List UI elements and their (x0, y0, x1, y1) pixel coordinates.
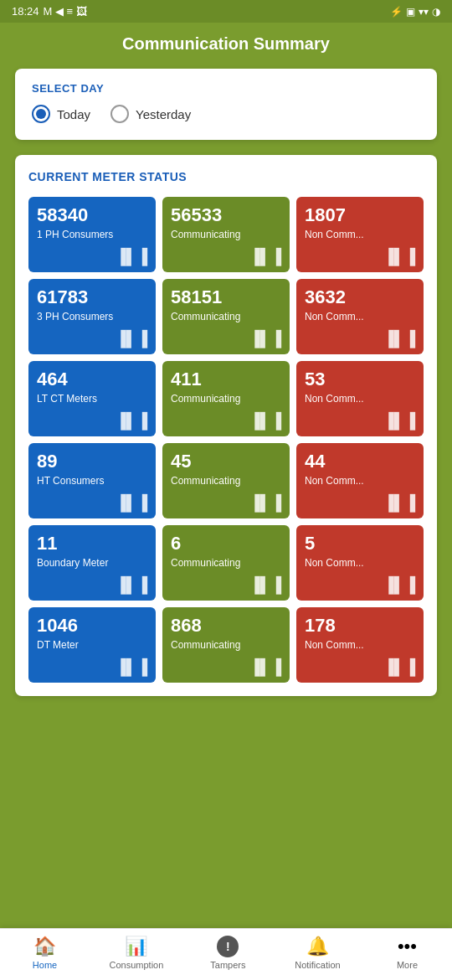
bar-chart-icon: ▐▌▐ (116, 576, 147, 594)
select-day-card: SELECT DAY Today Yesterday (15, 69, 437, 140)
select-day-label: SELECT DAY (32, 82, 420, 95)
meter-tile[interactable]: 411 Communicating ▐▌▐ (162, 361, 290, 436)
bar-chart-icon: ▐▌▐ (116, 330, 147, 348)
nav-notification-label: Notification (295, 960, 340, 970)
nav-home-label: Home (33, 960, 57, 970)
meter-tile[interactable]: 464 LT CT Meters ▐▌▐ (28, 361, 156, 436)
tile-label: Communicating (171, 229, 281, 245)
nav-more-label: More (397, 960, 418, 970)
tile-label: DT Meter (37, 639, 147, 655)
status-app-icons: M ◀ ≡ 🖼 (44, 5, 87, 18)
meter-tile[interactable]: 61783 3 PH Consumers ▐▌▐ (28, 279, 156, 354)
tile-number: 411 (171, 369, 281, 389)
bar-chart-icon: ▐▌▐ (116, 412, 147, 430)
tile-number: 1046 (37, 616, 147, 636)
nav-tampers-label: Tampers (210, 960, 245, 970)
meter-tile[interactable]: 56533 Communicating ▐▌▐ (162, 197, 290, 272)
tile-number: 1807 (305, 205, 415, 225)
bar-chart-icon: ▐▌▐ (116, 494, 147, 512)
bar-chart-icon: ▐▌▐ (249, 412, 281, 430)
tile-label: Communicating (171, 311, 281, 327)
tile-label: Non Comm... (305, 639, 415, 655)
tile-number: 58340 (37, 205, 147, 225)
home-icon: 🏠 (33, 936, 56, 957)
tile-number: 5 (305, 534, 415, 554)
meter-tile[interactable]: 44 Non Comm... ▐▌▐ (296, 443, 424, 518)
meter-tile[interactable]: 868 Communicating ▐▌▐ (162, 607, 290, 683)
meter-tile[interactable]: 11 Boundary Meter ▐▌▐ (28, 525, 156, 601)
tampers-icon: ! (217, 936, 239, 957)
bar-chart-icon: ▐▌▐ (383, 248, 415, 266)
signal-icon: ◑ (432, 6, 440, 18)
bar-chart-icon: ▐▌▐ (249, 658, 281, 676)
nav-consumption-label: Consumption (110, 960, 164, 970)
tile-label: HT Consumers (37, 475, 147, 491)
battery-icon: ▣ (406, 6, 415, 18)
meter-tile[interactable]: 3632 Non Comm... ▐▌▐ (296, 279, 424, 354)
bar-chart-icon: ▐▌▐ (249, 576, 281, 594)
meter-tile[interactable]: 45 Communicating ▐▌▐ (162, 443, 290, 518)
tile-number: 11 (37, 534, 147, 554)
bar-chart-icon: ▐▌▐ (116, 248, 147, 266)
meter-tile[interactable]: 58340 1 PH Consumers ▐▌▐ (28, 197, 156, 272)
tile-number: 44 (305, 451, 415, 472)
nav-tampers[interactable]: ! Tampers (203, 936, 253, 970)
bar-chart-icon: ▐▌▐ (383, 412, 415, 430)
radio-yesterday-circle[interactable] (110, 105, 129, 123)
bar-chart-icon: ▐▌▐ (249, 248, 281, 266)
tile-number: 45 (171, 451, 281, 472)
bottom-nav: 🏠 Home 📊 Consumption ! Tampers 🔔 Notific… (0, 928, 452, 980)
bar-chart-icon: ▐▌▐ (383, 494, 415, 512)
meter-tile[interactable]: 6 Communicating ▐▌▐ (162, 525, 290, 601)
tile-label: 3 PH Consumers (37, 311, 147, 327)
tile-label: Non Comm... (305, 229, 415, 245)
meter-tile[interactable]: 5 Non Comm... ▐▌▐ (296, 525, 424, 601)
tile-number: 6 (171, 534, 281, 554)
tile-number: 58151 (171, 287, 281, 307)
radio-yesterday-label: Yesterday (136, 107, 191, 121)
meter-grid: 58340 1 PH Consumers ▐▌▐ 56533 Communica… (28, 197, 424, 683)
bar-chart-icon: ▐▌▐ (383, 330, 415, 348)
status-time: 18:24 (12, 5, 39, 18)
tile-label: Boundary Meter (37, 557, 147, 573)
tile-label: Communicating (171, 393, 281, 409)
tile-label: Non Comm... (305, 557, 415, 573)
tile-number: 464 (37, 369, 147, 389)
tile-label: Non Comm... (305, 393, 415, 409)
bar-chart-icon: ▐▌▐ (249, 494, 281, 512)
meter-tile[interactable]: 178 Non Comm... ▐▌▐ (296, 607, 424, 683)
radio-yesterday[interactable]: Yesterday (110, 105, 191, 123)
nav-consumption[interactable]: 📊 Consumption (110, 936, 164, 970)
bar-chart-icon: ▐▌▐ (249, 330, 281, 348)
tile-number: 53 (305, 369, 415, 389)
more-icon: ••• (398, 936, 417, 957)
bluetooth-icon: ⚡ (390, 6, 403, 18)
notification-icon: 🔔 (306, 936, 329, 957)
meter-tile[interactable]: 1046 DT Meter ▐▌▐ (28, 607, 156, 683)
nav-more[interactable]: ••• More (382, 936, 432, 970)
tile-label: Non Comm... (305, 311, 415, 327)
tile-label: Communicating (171, 557, 281, 573)
meter-tile[interactable]: 58151 Communicating ▐▌▐ (162, 279, 290, 354)
tile-number: 3632 (305, 287, 415, 307)
meter-status-title: CURRENT METER STATUS (28, 170, 424, 183)
tile-number: 56533 (171, 205, 281, 225)
radio-today[interactable]: Today (32, 105, 90, 123)
tile-label: Communicating (171, 475, 281, 491)
meter-status-card: CURRENT METER STATUS 58340 1 PH Consumer… (15, 155, 437, 696)
tile-label: Communicating (171, 639, 281, 655)
nav-notification[interactable]: 🔔 Notification (292, 936, 342, 970)
tile-number: 178 (305, 616, 415, 636)
tile-number: 89 (37, 451, 147, 472)
meter-tile[interactable]: 89 HT Consumers ▐▌▐ (28, 443, 156, 518)
status-bar: 18:24 M ◀ ≡ 🖼 ⚡ ▣ ▾▾ ◑ (0, 0, 452, 23)
meter-tile[interactable]: 1807 Non Comm... ▐▌▐ (296, 197, 424, 272)
consumption-icon: 📊 (125, 936, 147, 957)
tile-label: Non Comm... (305, 475, 415, 491)
nav-home[interactable]: 🏠 Home (20, 936, 70, 970)
bar-chart-icon: ▐▌▐ (383, 576, 415, 594)
meter-tile[interactable]: 53 Non Comm... ▐▌▐ (296, 361, 424, 436)
tile-label: 1 PH Consumers (37, 229, 147, 245)
page-title: Communication Summary (0, 34, 452, 54)
radio-today-circle[interactable] (32, 105, 50, 123)
